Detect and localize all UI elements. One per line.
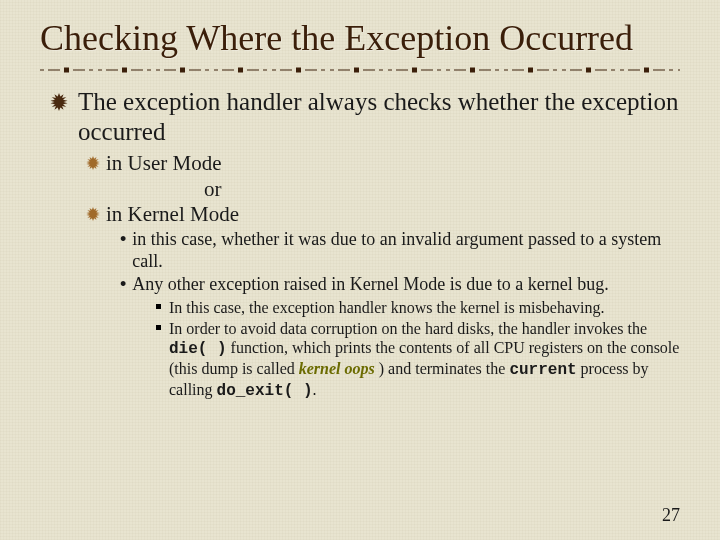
or-text: or [204, 177, 680, 202]
level2-text: in Kernel Mode [106, 202, 239, 227]
level2-list: in User Mode or in Kernel Mode [86, 151, 680, 227]
code-text: current [509, 361, 576, 379]
level1-text: The exception handler always checks whet… [78, 87, 680, 147]
level2-item: in Kernel Mode [86, 202, 680, 227]
svg-marker-7 [86, 156, 99, 170]
level1-item: The exception handler always checks whet… [50, 87, 680, 147]
level4-item: In this case, the exception handler know… [156, 298, 680, 317]
level3-list: • in this case, whether it was due to an… [120, 229, 680, 296]
level3-item: • in this case, whether it was due to an… [120, 229, 680, 272]
burst-small-icon [86, 156, 100, 174]
slide: Checking Where the Exception Occurred [0, 0, 720, 540]
burst-icon [50, 93, 68, 115]
svg-marker-8 [86, 207, 99, 221]
level4-list: In this case, the exception handler know… [156, 298, 680, 402]
text-run: In order to avoid data corruption on the… [169, 320, 647, 337]
level3-item: • Any other exception raised in Kernel M… [120, 274, 680, 296]
level4-item: In order to avoid data corruption on the… [156, 319, 680, 402]
level3-text: Any other exception raised in Kernel Mod… [132, 274, 608, 296]
level2-text: in User Mode [106, 151, 221, 176]
burst-small-icon [86, 207, 100, 225]
svg-marker-6 [50, 93, 67, 111]
square-bullet-icon [156, 325, 161, 330]
code-text: die( ) [169, 340, 227, 358]
divider [40, 65, 680, 73]
page-number: 27 [662, 505, 680, 526]
dot-bullet-icon: • [120, 229, 126, 251]
code-text: do_exit( ) [217, 382, 313, 400]
level3-text: in this case, whether it was due to an i… [132, 229, 680, 272]
level4-text-rich: In order to avoid data corruption on the… [169, 319, 680, 402]
level4-text: In this case, the exception handler know… [169, 298, 604, 317]
text-run: . [313, 381, 317, 398]
level1-list: The exception handler always checks whet… [50, 87, 680, 147]
slide-title: Checking Where the Exception Occurred [40, 18, 680, 59]
emphasis-text: kernel oops [299, 360, 375, 377]
dot-bullet-icon: • [120, 274, 126, 296]
square-bullet-icon [156, 304, 161, 309]
level2-item: in User Mode [86, 151, 680, 176]
svg-rect-5 [40, 65, 680, 75]
text-run: ) and terminates the [375, 360, 510, 377]
